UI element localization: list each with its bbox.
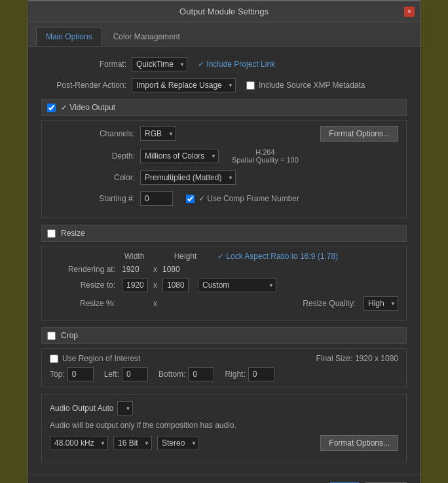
resize-checkbox[interactable] xyxy=(47,229,56,238)
rendering-height: 1080 xyxy=(162,265,189,274)
lock-aspect-label[interactable]: ✓ Lock Aspect Ratio to 16:9 (1.78) xyxy=(217,252,338,261)
final-size-label: Final Size: 1920 x 1080 xyxy=(316,354,398,363)
include-source-xmp-label: Include Source XMP Metadata xyxy=(259,81,365,90)
video-output-section: Channels: RGB Format Options... Depth: M… xyxy=(41,120,407,218)
include-source-xmp-checkbox[interactable] xyxy=(246,81,255,90)
h264-line1: H.264 xyxy=(232,148,299,156)
channels-label: Channels: xyxy=(50,129,135,138)
color-row: Color: Premultiplied (Matted) xyxy=(50,170,398,185)
h264-info: H.264 Spatial Quality = 100 xyxy=(232,148,299,164)
audio-auto-select-wrapper[interactable] xyxy=(117,401,133,415)
post-render-row: Post-Render Action: Import & Replace Usa… xyxy=(41,78,407,92)
crop-checkbox[interactable] xyxy=(47,332,56,340)
crop-bottom-input[interactable] xyxy=(188,367,214,381)
format-select[interactable]: QuickTime xyxy=(132,57,187,71)
video-output-header: ✓ Video Output xyxy=(41,99,407,116)
output-module-dialog: Output Module Settings × Main Options Co… xyxy=(28,0,420,483)
resize-preset-select[interactable]: Custom xyxy=(198,278,276,292)
audio-auto-select[interactable] xyxy=(117,401,133,415)
crop-top-field: Top: xyxy=(50,367,94,381)
dialog-footer: OK Cancel xyxy=(28,474,420,483)
rendering-at-label: Rendering at: xyxy=(50,265,115,274)
audio-header-row: Audio Output Auto xyxy=(50,401,398,415)
use-roi-label: Use Region of Interest xyxy=(62,354,140,363)
audio-channels-select[interactable]: Stereo xyxy=(157,436,199,450)
tab-main-options[interactable]: Main Options xyxy=(36,28,102,46)
resize-to-label: Resize to: xyxy=(50,280,115,290)
post-render-label: Post-Render Action: xyxy=(41,81,126,90)
resize-pct-label: Resize %: xyxy=(50,299,115,308)
include-project-link[interactable]: ✓ Include Project Link xyxy=(198,60,275,69)
channels-select[interactable]: RGB xyxy=(140,126,176,141)
starting-hash-input[interactable] xyxy=(140,191,173,206)
color-label: Color: xyxy=(50,173,135,182)
color-select-wrapper[interactable]: Premultiplied (Matted) xyxy=(140,170,236,185)
video-output-checkbox[interactable] xyxy=(47,104,56,112)
resize-preset-wrapper[interactable]: Custom xyxy=(198,278,276,292)
crop-right-input[interactable] xyxy=(248,367,274,381)
post-render-select[interactable]: Import & Replace Usage xyxy=(132,78,236,92)
use-comp-frame-checkbox[interactable] xyxy=(186,195,195,203)
resize-pct-row: Resize %: x Resize Quality: High xyxy=(50,296,398,311)
format-options-button[interactable]: Format Options... xyxy=(320,126,398,142)
width-col-label: Width xyxy=(118,252,151,261)
crop-section: Use Region of Interest Final Size: 1920 … xyxy=(41,348,407,387)
resize-quality-label: Resize Quality: xyxy=(303,299,356,308)
channels-select-wrapper[interactable]: RGB xyxy=(140,126,176,141)
starting-hash-row: Starting #: ✓ Use Comp Frame Number xyxy=(50,191,398,206)
height-col-label: Height xyxy=(169,252,202,261)
rendering-width: 1920 xyxy=(122,265,148,274)
crop-bottom-label: Bottom: xyxy=(159,370,185,379)
video-output-label: ✓ Video Output xyxy=(61,103,115,112)
close-button[interactable]: × xyxy=(404,7,415,17)
format-label: Format: xyxy=(41,60,126,69)
title-bar: Output Module Settings × xyxy=(28,1,420,22)
color-select[interactable]: Premultiplied (Matted) xyxy=(140,170,236,185)
tab-bar: Main Options Color Management xyxy=(28,22,420,47)
crop-left-input[interactable] xyxy=(122,367,148,381)
post-render-select-wrapper[interactable]: Import & Replace Usage xyxy=(132,78,236,92)
depth-select[interactable]: Millions of Colors xyxy=(140,149,219,163)
rendering-x-sep: x xyxy=(153,265,157,274)
crop-top-input[interactable] xyxy=(67,367,94,381)
use-roi-checkbox[interactable] xyxy=(50,355,58,363)
depth-label: Depth: xyxy=(50,151,135,161)
resize-to-row: Resize to: x Custom xyxy=(50,278,398,292)
format-row: Format: QuickTime ✓ Include Project Link xyxy=(41,57,407,71)
resize-quality-wrapper[interactable]: High xyxy=(364,296,398,311)
crop-right-label: Right: xyxy=(225,370,245,379)
h264-line2: Spatial Quality = 100 xyxy=(232,156,299,164)
bit-depth-wrapper[interactable]: 16 Bit xyxy=(113,436,152,450)
resize-to-width-input[interactable] xyxy=(122,278,148,292)
crop-label: Crop xyxy=(61,331,78,340)
crop-right-field: Right: xyxy=(225,367,274,381)
resize-quality-select[interactable]: High xyxy=(364,296,398,311)
resize-label: Resize xyxy=(61,229,85,238)
channels-row: Channels: RGB Format Options... xyxy=(50,126,398,142)
format-select-wrapper[interactable]: QuickTime xyxy=(132,57,187,71)
resize-to-height-input[interactable] xyxy=(162,278,189,292)
main-content: Format: QuickTime ✓ Include Project Link… xyxy=(28,47,420,474)
audio-auto-wrapper: Audio Output Auto xyxy=(50,401,133,415)
crop-bottom-field: Bottom: xyxy=(159,367,214,381)
resize-pct-x: x xyxy=(153,299,157,308)
crop-left-label: Left: xyxy=(104,370,119,379)
audio-controls-row: 48.000 kHz 16 Bit Stereo Format Options.… xyxy=(50,435,398,451)
starting-hash-label: Starting #: xyxy=(50,194,135,203)
audio-output-label: Audio Output Auto xyxy=(50,404,113,413)
resize-section: Width Height ✓ Lock Aspect Ratio to 16:9… xyxy=(41,246,407,320)
rendering-at-row: Rendering at: 1920 x 1080 xyxy=(50,265,398,274)
bit-depth-select[interactable]: 16 Bit xyxy=(113,436,152,450)
audio-channels-wrapper[interactable]: Stereo xyxy=(157,436,199,450)
tab-color-management[interactable]: Color Management xyxy=(103,28,190,46)
resize-column-headers: Width Height ✓ Lock Aspect Ratio to 16:9… xyxy=(50,252,398,261)
depth-select-wrapper[interactable]: Millions of Colors xyxy=(140,149,219,163)
crop-values: Top: Left: Bottom: Right: xyxy=(50,367,398,381)
audio-format-options-button[interactable]: Format Options... xyxy=(320,435,398,451)
depth-row: Depth: Millions of Colors H.264 Spatial … xyxy=(50,148,398,164)
sample-rate-wrapper[interactable]: 48.000 kHz xyxy=(50,436,108,450)
resize-header: Resize xyxy=(41,225,407,242)
crop-left-field: Left: xyxy=(104,367,148,381)
audio-info-text: Audio will be output only if the composi… xyxy=(50,421,398,430)
sample-rate-select[interactable]: 48.000 kHz xyxy=(50,436,108,450)
